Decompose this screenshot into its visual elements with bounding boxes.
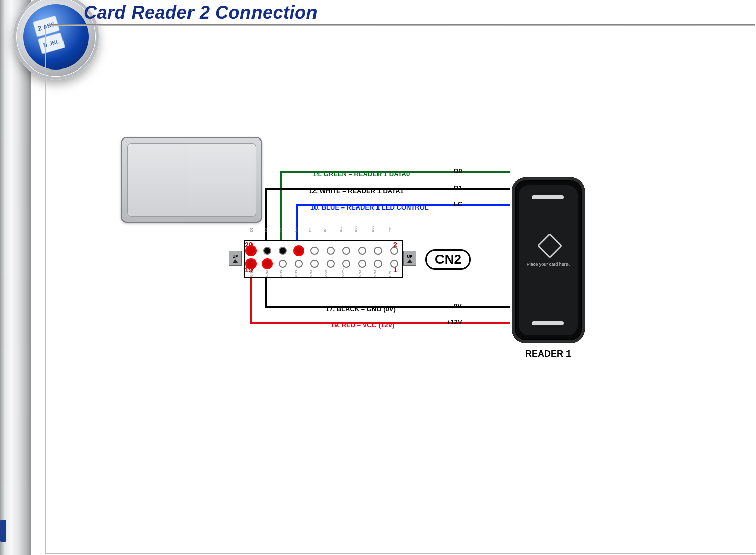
silks-top: D0 D0 LC D1 D1 IN1 IN1 RX1 RX1 TX1 xyxy=(250,232,394,235)
silk: GND xyxy=(295,270,298,277)
silk: D0 xyxy=(250,228,253,232)
brand-mark-icon xyxy=(0,511,10,545)
pin-14 xyxy=(295,247,303,255)
silk: GND xyxy=(358,270,361,277)
up-text: UP xyxy=(407,254,412,259)
pin-9 xyxy=(327,260,335,268)
reader-led-bar xyxy=(532,195,564,199)
wire-pin: 14 xyxy=(312,170,320,178)
silk: IN1 xyxy=(324,227,327,232)
reader-device: Place your card here. xyxy=(512,177,585,343)
wire-desc: READER 1 LED CONTROL xyxy=(347,203,429,211)
pin-row-top xyxy=(247,245,398,257)
arrow-up-icon xyxy=(233,259,238,263)
arrow-up-icon xyxy=(407,259,412,263)
connector-caption: CN2 xyxy=(425,249,471,270)
up-text: UP xyxy=(232,254,238,259)
wire-desc: READER 1 DATA1 xyxy=(348,187,404,195)
wire-label-green: 14. GREEN – READER 1 DATA0 xyxy=(312,170,410,178)
wire-label-white: 12. WHITE – READER 1 DATA1 xyxy=(308,187,404,195)
signal-lc: LC xyxy=(454,200,462,208)
signal-d0: D0 xyxy=(454,167,462,175)
reader-hint: Place your card here. xyxy=(512,262,585,267)
pin-5 xyxy=(358,260,366,268)
silk: IN1 xyxy=(339,227,342,232)
up-tab-right: UP xyxy=(403,251,416,266)
silk: GND xyxy=(250,270,253,277)
silk: GND xyxy=(373,270,376,277)
pin-19 xyxy=(247,260,255,268)
pin-row-bot xyxy=(247,258,398,270)
wire-pin: 10 xyxy=(310,203,318,211)
silk: RX0 xyxy=(388,271,391,277)
wire-color: BLACK xyxy=(337,305,360,313)
pin-7 xyxy=(342,260,350,268)
signal-0v: 0V xyxy=(454,302,462,310)
wire-color: RED xyxy=(342,321,355,329)
wire-desc: GND (0V) xyxy=(367,305,396,313)
pin-15 xyxy=(279,260,287,268)
pin-8 xyxy=(342,247,350,255)
pin-16 xyxy=(279,247,287,255)
wire-label-blue: 10. BLUE – READER 1 LED CONTROL xyxy=(310,203,429,211)
wire-color: GREEN xyxy=(324,170,347,178)
pin-13 xyxy=(295,260,303,268)
page-title: Card Reader 2 Connection xyxy=(84,2,318,23)
signal-d1: D1 xyxy=(454,184,462,192)
cn2-silk-label: CN2 xyxy=(201,196,212,201)
diagram-canvas: CN2 14. GREEN – READER 1 DATA0 D0 12. WH… xyxy=(45,26,755,554)
cn2-highlight-box xyxy=(191,195,244,213)
silk: LC xyxy=(280,228,283,232)
silk: TX1 xyxy=(389,226,392,232)
silk: GND xyxy=(309,270,312,277)
silk: D1 xyxy=(294,228,297,232)
pin-2 xyxy=(390,247,398,255)
pin-18 xyxy=(263,247,271,255)
card-icon xyxy=(537,233,563,259)
silk: RX1 xyxy=(372,226,375,232)
reader-led-bar xyxy=(532,321,564,325)
wire-pin: 17 xyxy=(326,305,333,313)
page: 2 ABC 5 JKL Card Reader 2 Connection CN2… xyxy=(0,0,756,555)
silks-bot: GND GND GND GND GND COM1 COM1 GND GND RX… xyxy=(250,277,394,280)
wire-desc: READER 1 DATA0 xyxy=(354,170,410,178)
pin-17 xyxy=(263,260,271,268)
silk: GND xyxy=(265,270,268,277)
silk: D1 xyxy=(309,228,312,232)
wire-pin: 12 xyxy=(308,187,316,195)
wire-label-black: 17. BLACK – GND (0V) xyxy=(326,305,396,313)
pin-10 xyxy=(327,247,335,255)
pin-4 xyxy=(374,247,382,255)
pin-11 xyxy=(310,260,319,268)
pin-3 xyxy=(374,260,382,268)
pin-6 xyxy=(358,247,366,255)
silk: RX1 xyxy=(355,226,358,232)
pin-12 xyxy=(310,247,319,255)
pcb-area xyxy=(182,161,249,213)
wire-desc: VCC (12V) xyxy=(363,321,395,329)
left-metal-strip xyxy=(0,0,31,555)
wire-color: BLUE xyxy=(322,203,339,211)
pin-20 xyxy=(247,247,255,255)
wire-label-red: 19. RED – VCC (12V) xyxy=(331,321,394,329)
wire-pin: 19 xyxy=(331,321,338,329)
controller-device-illustration: CN2 xyxy=(121,137,262,223)
silk: D0 xyxy=(265,228,268,232)
key-num: 2 xyxy=(37,24,43,33)
reader-label: READER 1 xyxy=(512,349,585,359)
wire-color: WHITE xyxy=(320,187,341,195)
up-tab-left: UP xyxy=(229,251,242,266)
pin-1 xyxy=(390,260,398,268)
signal-12v: +12V xyxy=(447,318,462,326)
connector-cn2: UP UP 20 19 2 1 D0 D0 LC D1 D1 IN1 IN1 R… xyxy=(227,228,418,288)
silk: GND xyxy=(280,270,283,277)
